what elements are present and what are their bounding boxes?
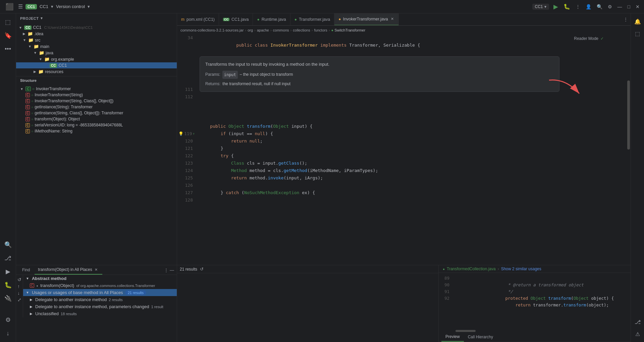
tab-call-hierarchy[interactable]: Call Hierarchy — [464, 333, 497, 341]
breadcrumb-item-org[interactable]: org — [248, 28, 253, 32]
tree-item-src[interactable]: ▼ 📁 src — [16, 37, 177, 43]
struct-item-class[interactable]: ▼ C ○ InvokerTransformer — [16, 86, 177, 92]
right-git-icon[interactable]: ⎇ — [632, 317, 643, 327]
expand-all-icon[interactable]: ⤢ — [17, 297, 21, 302]
close-icon[interactable]: ✕ — [635, 3, 641, 10]
maximize-icon[interactable]: □ — [627, 3, 631, 10]
javadoc-popup: Transforms the input to result by invoki… — [200, 56, 559, 92]
struct-item-constructor2[interactable]: C ○ InvokerTransformer(String, Class[], … — [16, 98, 177, 104]
method-name: getClass — [278, 161, 300, 166]
results-empty-area — [177, 273, 438, 342]
tab-label: InvokerTransformer.java — [343, 17, 388, 21]
activity-bookmark-icon[interactable]: 🔖 — [2, 30, 14, 42]
tree-item-resources[interactable]: ▶ 📁 resources — [16, 68, 177, 75]
tab-close-icon[interactable]: ✕ — [93, 268, 99, 272]
scrollbar-thumb[interactable] — [627, 80, 630, 150]
activity-bottom-icon[interactable]: ↓ — [2, 327, 14, 339]
find-sub-delegate2[interactable]: ▶ Delegate to another instance method, p… — [23, 303, 177, 310]
show-similar-usages[interactable]: Show 2 similar usages — [501, 267, 541, 271]
tab-preview[interactable]: Preview — [441, 332, 464, 342]
debug-icon[interactable]: 🐛 — [562, 2, 571, 11]
tree-item-idea[interactable]: ▶ 📁 .idea — [16, 31, 177, 37]
tabs-more-icon[interactable]: ⋮ — [621, 17, 631, 22]
struct-item-transform[interactable]: C ○ transform(Object): Object — [16, 116, 177, 122]
run-config[interactable]: CC1 ▾ — [532, 4, 549, 10]
version-control[interactable]: Version control — [56, 4, 85, 9]
breadcrumb-item-apache[interactable]: apache — [257, 28, 269, 32]
activity-project-icon[interactable]: ⬚ — [2, 16, 14, 28]
chevron-down-icon: ▼ — [28, 45, 32, 48]
activity-more-icon[interactable]: ••• — [2, 43, 14, 55]
struct-item-getinstance2[interactable]: C ○ getInstance(String, Class[], Object[… — [16, 110, 177, 116]
refresh-icon[interactable]: ↺ — [200, 267, 204, 272]
vertical-scrollbar[interactable] — [627, 34, 631, 265]
line-num: 127 — [178, 189, 193, 196]
run-icon[interactable]: ▶ — [552, 2, 559, 11]
profile-icon[interactable]: 👤 — [585, 3, 592, 10]
breadcrumb-sep: › — [312, 28, 313, 32]
tab-invokertransformer-java[interactable]: ● InvokerTransformer.java ✕ — [334, 13, 399, 25]
tab-label: transform(Object) in All Places — [38, 267, 92, 272]
find-sub-delegate1[interactable]: ▶ Delegate to another instance method 2 … — [23, 296, 177, 303]
up-icon[interactable]: ↑ — [17, 284, 21, 289]
search-icon[interactable]: 🔍 — [596, 3, 603, 10]
breadcrumb-item-collections[interactable]: collections — [293, 28, 310, 32]
minimize-panel-icon[interactable]: — — [170, 268, 174, 273]
struct-item-serial[interactable]: C ○ serialVersionUID: long = -8653385848… — [16, 122, 177, 128]
settings-icon[interactable]: ⚙ — [607, 3, 613, 10]
breadcrumb-item-functors[interactable]: functors — [314, 28, 327, 32]
line-num: 122 — [178, 152, 193, 160]
struct-item-imethodname[interactable]: C ○ iMethodName: String — [16, 128, 177, 134]
sub-count: 2 results — [109, 298, 123, 302]
more-actions-icon[interactable]: ⋮ — [164, 268, 168, 273]
find-tabs: Find transform(Object) in All Places ✕ ⋮… — [16, 265, 177, 275]
find-sub-unclassified[interactable]: ▶ Unclassified 18 results — [23, 310, 177, 317]
tree-item-java[interactable]: ▼ 📁 java — [16, 50, 177, 56]
tab-close-icon[interactable]: ✕ — [390, 17, 394, 21]
param-desc: – the input object to transform — [240, 71, 293, 78]
activity-bar: ⬚ 🔖 ••• 🔍 ⎇ ▶ 🐛 🔌 ⚙ ↓ — [0, 13, 16, 342]
refresh-icon[interactable]: ↺ — [17, 277, 21, 282]
horizontal-scrollbar[interactable] — [452, 330, 617, 332]
class-name: InvokerTransformer — [270, 43, 320, 48]
tab-pom-xml[interactable]: m pom.xml (CC1) — [177, 13, 219, 25]
activity-settings2-icon[interactable]: ⚙ — [2, 314, 14, 326]
green-circle-icon: ○ — [31, 117, 33, 121]
hamburger-icon[interactable]: ☰ — [18, 3, 23, 10]
tab-cc1-java[interactable]: CC CC1.java — [219, 13, 253, 25]
more-icon[interactable]: ⋮ — [575, 3, 581, 10]
tab-transform-find[interactable]: transform(Object) in All Places ✕ — [35, 265, 102, 275]
find-item-transform[interactable]: C ⬥ transform(Object) of org.apache.comm… — [23, 282, 177, 289]
activity-plugins-icon[interactable]: 🔌 — [2, 292, 14, 304]
tree-item-cc1-file[interactable]: CC CC1 — [16, 62, 177, 68]
right-layout-icon[interactable]: ⬚ — [632, 28, 643, 39]
preview-file-name: TransformedCollection.java — [447, 267, 496, 271]
struct-item-constructor1[interactable]: C ○ InvokerTransformer(String) — [16, 92, 177, 98]
chevron-down-icon: ▼ — [23, 38, 26, 42]
tab-transformer-java[interactable]: ● Transformer.java — [290, 13, 335, 25]
tab-runtime-java[interactable]: ● Runtime.java — [253, 13, 290, 25]
breadcrumb-item-jar[interactable]: commons-collections-3.2.1-sources.jar — [180, 28, 244, 32]
down-icon[interactable]: ↓ — [17, 290, 21, 296]
tab-find[interactable]: Find — [19, 266, 33, 274]
tree-item-org-example[interactable]: ▼ 📁 org.example — [16, 56, 177, 62]
activity-search-icon[interactable]: 🔍 — [2, 239, 14, 251]
tree-item-cc1-root[interactable]: ▼ CC CC1 C:\Users\14341\Desktop\CC1 — [16, 24, 177, 31]
right-problems-icon[interactable]: ⚠ — [632, 329, 643, 339]
keyword: return — [231, 175, 250, 180]
find-category-usages[interactable]: ▼ Usages or usages of base method in All… — [23, 289, 177, 296]
h-scrollbar-thumb[interactable] — [455, 330, 476, 332]
minimize-icon[interactable]: — — [616, 3, 623, 10]
activity-debug-icon[interactable]: 🐛 — [2, 279, 14, 291]
activity-git-icon[interactable]: ⎇ — [2, 252, 14, 264]
code-content: public class InvokerTransformer implemen… — [196, 34, 631, 265]
breadcrumb-item-commons[interactable]: commons — [273, 28, 289, 32]
struct-item-getinstance1[interactable]: C ○ getInstance(String): Transformer — [16, 104, 177, 110]
breadcrumb-item-switchtransformer[interactable]: ● SwitchTransformer — [331, 28, 366, 32]
activity-run-icon[interactable]: ▶ — [2, 266, 14, 278]
preview-line-num: 92 — [439, 295, 449, 302]
tree-item-main[interactable]: ▼ 📁 main — [16, 43, 177, 50]
find-category-abstract[interactable]: ▼ Abstract method — [23, 275, 177, 282]
tree-item-label: java — [46, 51, 53, 55]
right-notifications-icon[interactable]: 🔔 — [632, 16, 643, 27]
